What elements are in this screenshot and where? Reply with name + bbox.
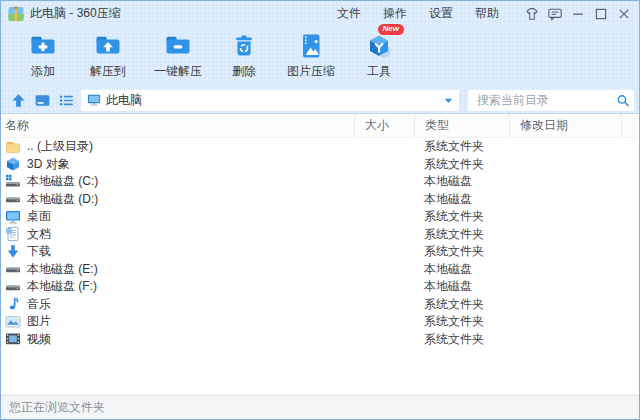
file-name-label: 视频 <box>27 331 51 348</box>
search-icon[interactable] <box>616 93 630 107</box>
file-type-cell: 系统文件夹 <box>414 243 509 260</box>
address-path: 此电脑 <box>106 92 435 109</box>
toolbar: 添加解压到一键解压删除图片压缩工具New <box>1 26 639 87</box>
address-row: 此电脑 <box>1 87 639 114</box>
menu-settings[interactable]: 设置 <box>418 5 464 22</box>
file-name-cell: 本地磁盘 (C:) <box>1 173 354 190</box>
close-button[interactable] <box>612 4 635 24</box>
toolbar-button-one-click-extract[interactable]: 一键解压 <box>141 26 215 80</box>
search-box[interactable] <box>468 90 634 111</box>
skin-icon[interactable] <box>520 4 543 24</box>
column-header-type[interactable]: 类型 <box>414 114 509 137</box>
app-logo-icon <box>8 6 24 22</box>
file-name-label: 本地磁盘 (E:) <box>27 261 98 278</box>
file-name-label: .. (上级目录) <box>27 138 93 155</box>
menu-help[interactable]: 帮助 <box>464 5 510 22</box>
file-name-label: 本地磁盘 (C:) <box>27 173 98 190</box>
window-controls <box>520 4 635 24</box>
file-name-label: 本地磁盘 (D:) <box>27 191 98 208</box>
maximize-button[interactable] <box>589 4 612 24</box>
search-input[interactable] <box>475 92 616 108</box>
file-name-cell: 3D 对象 <box>1 156 354 173</box>
file-type-cell: 系统文件夹 <box>414 226 509 243</box>
file-row[interactable]: 图片系统文件夹 <box>1 313 639 331</box>
file-row[interactable]: 桌面系统文件夹 <box>1 208 639 226</box>
file-type-cell: 系统文件夹 <box>414 138 509 155</box>
toolbar-button-extract-to[interactable]: 解压到 <box>75 26 141 80</box>
music-icon <box>5 296 21 312</box>
folder-plus-icon <box>28 30 58 62</box>
file-type-cell: 本地磁盘 <box>414 173 509 190</box>
toolbar-button-image-compress[interactable]: 图片压缩 <box>273 26 349 80</box>
app-window: 此电脑 - 360压缩 文件操作设置帮助 添加解压到一键解压删除图片压缩工具Ne… <box>0 0 640 420</box>
view-mode-button[interactable] <box>30 89 54 111</box>
folder-parent-icon <box>5 139 21 155</box>
file-row[interactable]: 本地磁盘 (D:)本地磁盘 <box>1 191 639 209</box>
file-name-cell: 本地磁盘 (E:) <box>1 261 354 278</box>
video-icon <box>5 331 21 347</box>
statusbar: 您正在浏览文件夹 <box>1 395 639 419</box>
file-name-label: 桌面 <box>27 208 51 225</box>
menubar: 文件操作设置帮助 <box>326 5 510 22</box>
chevron-down-icon[interactable] <box>440 92 456 108</box>
list-mode-button[interactable] <box>54 89 78 111</box>
file-row[interactable]: 本地磁盘 (C:)本地磁盘 <box>1 173 639 191</box>
toolbar-button-label: 图片压缩 <box>287 63 335 80</box>
file-type-cell: 系统文件夹 <box>414 156 509 173</box>
file-row[interactable]: 音乐系统文件夹 <box>1 296 639 314</box>
toolbar-button-label: 添加 <box>31 63 55 80</box>
disk-icon <box>5 279 21 295</box>
toolbar-button-add[interactable]: 添加 <box>11 26 75 80</box>
file-row[interactable]: 文档系统文件夹 <box>1 226 639 244</box>
column-header-name[interactable]: 名称 <box>1 114 354 137</box>
file-name-cell: 音乐 <box>1 296 354 313</box>
column-header-size[interactable]: 大小 <box>354 114 414 137</box>
address-bar[interactable]: 此电脑 <box>81 90 459 111</box>
file-row[interactable]: 本地磁盘 (E:)本地磁盘 <box>1 261 639 279</box>
cube3d-icon <box>5 156 21 172</box>
status-text: 您正在浏览文件夹 <box>9 399 105 416</box>
file-row[interactable]: 3D 对象系统文件夹 <box>1 156 639 174</box>
toolbar-button-label: 删除 <box>232 63 256 80</box>
download-icon <box>5 244 21 260</box>
file-type-cell: 系统文件夹 <box>414 313 509 330</box>
folder-dash-icon <box>163 30 193 62</box>
file-name-cell: 视频 <box>1 331 354 348</box>
file-type-cell: 系统文件夹 <box>414 331 509 348</box>
file-row[interactable]: 本地磁盘 (F:)本地磁盘 <box>1 278 639 296</box>
titlebar: 此电脑 - 360压缩 文件操作设置帮助 <box>1 1 639 26</box>
document-icon <box>5 226 21 242</box>
menu-file[interactable]: 文件 <box>326 5 372 22</box>
new-badge: New <box>378 24 404 35</box>
file-type-cell: 本地磁盘 <box>414 278 509 295</box>
computer-icon <box>87 93 101 107</box>
picture-icon <box>5 314 21 330</box>
toolbar-button-label: 工具 <box>367 63 391 80</box>
column-header-date[interactable]: 修改日期 <box>509 114 621 137</box>
trash-icon <box>229 30 259 62</box>
file-name-cell: 下载 <box>1 243 354 260</box>
file-name-cell: 图片 <box>1 313 354 330</box>
file-name-label: 音乐 <box>27 296 51 313</box>
file-name-label: 图片 <box>27 313 51 330</box>
toolbar-button-label: 解压到 <box>90 63 126 80</box>
up-directory-button[interactable] <box>6 89 30 111</box>
toolbar-button-delete[interactable]: 删除 <box>215 26 273 80</box>
menu-operations[interactable]: 操作 <box>372 5 418 22</box>
feedback-icon[interactable] <box>543 4 566 24</box>
file-row[interactable]: 下载系统文件夹 <box>1 243 639 261</box>
file-list: .. (上级目录)系统文件夹3D 对象系统文件夹本地磁盘 (C:)本地磁盘本地磁… <box>1 138 639 395</box>
minimize-button[interactable] <box>566 4 589 24</box>
column-headers: 名称 大小 类型 修改日期 <box>1 114 639 138</box>
window-title: 此电脑 - 360压缩 <box>30 5 121 22</box>
file-name-cell: 本地磁盘 (F:) <box>1 278 354 295</box>
file-name-label: 文档 <box>27 226 51 243</box>
file-name-cell: 文档 <box>1 226 354 243</box>
file-row[interactable]: .. (上级目录)系统文件夹 <box>1 138 639 156</box>
file-type-cell: 系统文件夹 <box>414 208 509 225</box>
toolbar-button-tools[interactable]: 工具New <box>349 26 409 80</box>
file-row[interactable]: 视频系统文件夹 <box>1 331 639 349</box>
folder-up-icon <box>93 30 123 62</box>
file-name-cell: .. (上级目录) <box>1 138 354 155</box>
file-name-cell: 桌面 <box>1 208 354 225</box>
